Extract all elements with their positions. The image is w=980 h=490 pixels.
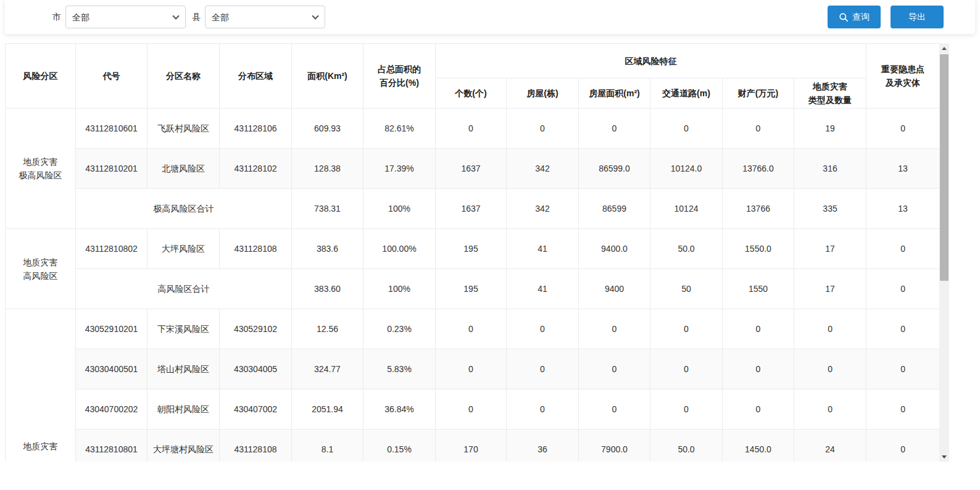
- cell-zone-name: 朝阳村风险区: [147, 389, 220, 430]
- cell-area-percent: 82.61%: [363, 109, 436, 149]
- sub-column-header: 交通道路(m): [650, 78, 723, 109]
- column-header: 占总面积的 百分比(%): [363, 44, 436, 109]
- cell-region: 431128102: [220, 149, 292, 189]
- vertical-scrollbar[interactable]: [939, 43, 949, 462]
- city-select[interactable]: 全部: [65, 6, 186, 28]
- cell-region: 430407002: [220, 389, 292, 430]
- city-field: 市 全部: [52, 6, 186, 28]
- cell-region: 430304005: [220, 349, 292, 389]
- summary-cell: 0: [866, 269, 940, 309]
- risk-zone-table: 风险分区代号分区名称分布区域面积(Km²)占总面积的 百分比(%)区域风险特征重…: [5, 43, 940, 462]
- cell-count: 195: [436, 229, 507, 269]
- table-row: 地质灾害43052910201下宋溪风险区43052910212.560.23%…: [6, 309, 940, 349]
- cell-key-points: 0: [866, 349, 940, 389]
- cell-roads: 50.0: [650, 229, 723, 269]
- query-button-label: 查询: [852, 12, 870, 23]
- cell-region: 430529102: [220, 309, 292, 349]
- city-label: 市: [52, 12, 61, 23]
- sub-column-header: 财产(万元): [723, 78, 794, 109]
- county-label: 县: [192, 12, 201, 23]
- column-header: 分区名称: [147, 44, 220, 109]
- cell-key-points: 0: [866, 389, 940, 430]
- table-row: 43112810201北塘风险区431128102128.3817.39%163…: [6, 149, 940, 189]
- cell-count: 170: [436, 430, 507, 462]
- cell-hazard-types: 24: [794, 430, 866, 462]
- column-header: 面积(Km²): [292, 44, 363, 109]
- summary-cell: 100%: [363, 189, 436, 229]
- table-row: 43030400501塔山村风险区430304005324.775.83%000…: [6, 349, 940, 389]
- summary-cell: 17: [794, 269, 866, 309]
- export-button[interactable]: 导出: [891, 6, 944, 28]
- sub-column-header: 个数(个): [436, 78, 507, 109]
- table-row: 43040700202朝阳村风险区4304070022051.9436.84%0…: [6, 389, 940, 430]
- cell-count: 0: [436, 389, 507, 430]
- cell-area: 2051.94: [292, 389, 363, 430]
- cell-count: 0: [436, 109, 507, 149]
- query-button[interactable]: 查询: [828, 6, 881, 28]
- scrollbar-thumb[interactable]: [940, 54, 949, 281]
- cell-region: 431128106: [220, 109, 292, 149]
- summary-cell: 13: [866, 189, 940, 229]
- cell-code: 43112810802: [76, 229, 147, 269]
- cell-area: 324.77: [292, 349, 363, 389]
- cell-houses: 0: [507, 349, 579, 389]
- summary-cell: 86599: [579, 189, 650, 229]
- cell-zone-name: 飞跃村风险区: [147, 109, 220, 149]
- cell-hazard-types: 0: [794, 309, 866, 349]
- cell-property: 1550.0: [723, 229, 794, 269]
- cell-hazard-types: 316: [794, 149, 866, 189]
- summary-cell: 1550: [723, 269, 794, 309]
- table-row: 地质灾害 极高风险区43112810601飞跃村风险区431128106609.…: [6, 109, 940, 149]
- risk-zone-table-container: 风险分区代号分区名称分布区域面积(Km²)占总面积的 百分比(%)区域风险特征重…: [5, 43, 949, 462]
- county-field: 县 全部: [192, 6, 325, 28]
- search-icon: [839, 12, 849, 22]
- risk-group-cell: 地质灾害: [6, 309, 76, 462]
- cell-roads: 10124.0: [650, 149, 723, 189]
- cell-property: 0: [723, 109, 794, 149]
- cell-houses: 41: [507, 229, 579, 269]
- risk-group-cell: 地质灾害 极高风险区: [6, 109, 76, 229]
- arrow-down-icon: [942, 455, 947, 459]
- cell-houses: 0: [507, 309, 579, 349]
- cell-house-area: 0: [579, 309, 650, 349]
- summary-cell: 13766: [723, 189, 794, 229]
- cell-property: 1450.0: [723, 430, 794, 462]
- summary-cell: 335: [794, 189, 866, 229]
- cell-code: 43112810201: [76, 149, 147, 189]
- cell-houses: 0: [507, 109, 579, 149]
- cell-key-points: 0: [866, 430, 940, 462]
- cell-area-percent: 5.83%: [363, 349, 436, 389]
- summary-cell: 50: [650, 269, 723, 309]
- cell-house-area: 0: [579, 389, 650, 430]
- cell-count: 0: [436, 309, 507, 349]
- cell-zone-name: 塔山村风险区: [147, 349, 220, 389]
- table-row: 43112810801大坪塘村风险区4311281088.10.15%17036…: [6, 430, 940, 462]
- cell-property: 13766.0: [723, 149, 794, 189]
- summary-cell: 342: [507, 189, 579, 229]
- cell-count: 0: [436, 349, 507, 389]
- cell-area-percent: 36.84%: [363, 389, 436, 430]
- scroll-down-button[interactable]: [939, 452, 949, 462]
- toolbar: 市 全部 县 全部 查询 导出: [5, 0, 975, 34]
- cell-area: 609.93: [292, 109, 363, 149]
- cell-region: 431128108: [220, 229, 292, 269]
- export-button-label: 导出: [908, 12, 926, 23]
- sub-column-header: 房屋(栋): [507, 78, 579, 109]
- cell-code: 43112810801: [76, 430, 147, 462]
- cell-property: 0: [723, 349, 794, 389]
- cell-code: 43030400501: [76, 349, 147, 389]
- cell-area-percent: 17.39%: [363, 149, 436, 189]
- summary-cell: 1637: [436, 189, 507, 229]
- summary-label-cell: 高风险区合计: [76, 269, 292, 309]
- scroll-up-button[interactable]: [939, 43, 949, 53]
- cell-key-points: 13: [866, 149, 940, 189]
- cell-area: 383.6: [292, 229, 363, 269]
- cell-zone-name: 下宋溪风险区: [147, 309, 220, 349]
- cell-hazard-types: 0: [794, 389, 866, 430]
- cell-roads: 0: [650, 389, 723, 430]
- cell-houses: 36: [507, 430, 579, 462]
- summary-cell: 195: [436, 269, 507, 309]
- county-select[interactable]: 全部: [205, 6, 325, 28]
- cell-area: 8.1: [292, 430, 363, 462]
- cell-region: 431128108: [220, 430, 292, 462]
